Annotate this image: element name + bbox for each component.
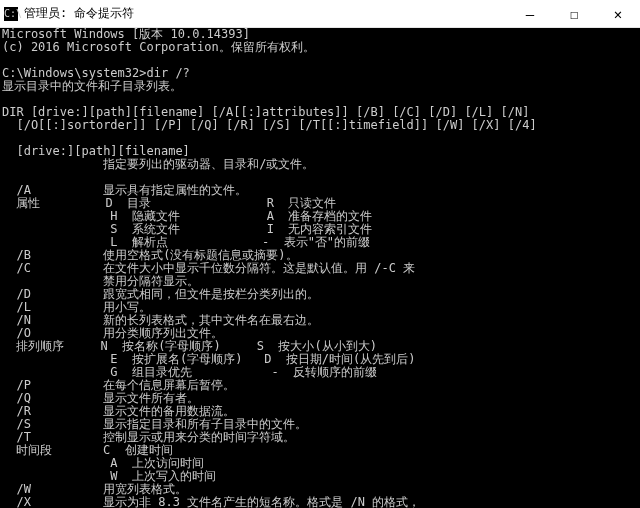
maximize-button[interactable]: ☐ xyxy=(552,0,596,27)
opt-r: /R 显示文件的备用数据流。 xyxy=(2,404,235,418)
opt-n: /N 新的长列表格式，其中文件名在最右边。 xyxy=(2,313,319,327)
opt-s: /S 显示指定目录和所有子目录中的文件。 xyxy=(2,417,307,431)
opt-b: /B 使用空格式(没有标题信息或摘要)。 xyxy=(2,248,298,262)
attr-row: H 隐藏文件 A 准备存档的文件 xyxy=(2,209,372,223)
prompt-line: C:\Windows\system32>dir /? xyxy=(2,66,190,80)
copyright-line: (c) 2016 Microsoft Corporation。保留所有权利。 xyxy=(2,40,315,54)
opt-d: /D 跟宽式相同，但文件是按栏分类列出的。 xyxy=(2,287,319,301)
close-button[interactable]: ✕ xyxy=(596,0,640,27)
time-row: A 上次访问时间 xyxy=(2,456,204,470)
syntax-line: DIR [drive:][path][filename] [/A[[:]attr… xyxy=(2,105,529,119)
opt-w: /W 用宽列表格式。 xyxy=(2,482,187,496)
window-titlebar: C:\ 管理员: 命令提示符 — ☐ ✕ xyxy=(0,0,640,28)
arg-path: [drive:][path][filename] xyxy=(2,144,190,158)
time-row: W 上次写入的时间 xyxy=(2,469,216,483)
window-title: 管理员: 命令提示符 xyxy=(24,5,134,22)
opt-o: /O 用分类顺序列出文件。 xyxy=(2,326,223,340)
attr-row: 属性 D 目录 R 只读文件 xyxy=(2,196,336,210)
opt-a: /A 显示具有指定属性的文件。 xyxy=(2,183,247,197)
time-row: 时间段 C 创建时间 xyxy=(2,443,173,457)
sort-row: E 按扩展名(字母顺序) D 按日期/时间(从先到后) xyxy=(2,352,416,366)
help-desc: 显示目录中的文件和子目录列表。 xyxy=(2,79,182,93)
opt-x: /X 显示为非 8.3 文件名产生的短名称。格式是 /N 的格式， xyxy=(2,495,420,508)
opt-t: /T 控制显示或用来分类的时间字符域。 xyxy=(2,430,295,444)
attr-row: L 解析点 - 表示"否"的前缀 xyxy=(2,235,370,249)
app-icon: C:\ xyxy=(4,7,18,21)
window-controls: — ☐ ✕ xyxy=(508,0,640,27)
syntax-line: [/O[[:]sortorder]] [/P] [/Q] [/R] [/S] [… xyxy=(2,118,537,132)
attr-row: S 系统文件 I 无内容索引文件 xyxy=(2,222,372,236)
opt-q: /Q 显示文件所有者。 xyxy=(2,391,199,405)
sort-row: G 组目录优先 - 反转顺序的前缀 xyxy=(2,365,377,379)
arg-path-desc: 指定要列出的驱动器、目录和/或文件。 xyxy=(2,157,314,171)
titlebar-left: C:\ 管理员: 命令提示符 xyxy=(4,5,134,22)
opt-p: /P 在每个信息屏幕后暂停。 xyxy=(2,378,235,392)
terminal-output[interactable]: Microsoft Windows [版本 10.0.14393] (c) 20… xyxy=(0,28,640,508)
opt-c: 禁用分隔符显示。 xyxy=(2,274,199,288)
opt-c: /C 在文件大小中显示千位数分隔符。这是默认值。用 /-C 来 xyxy=(2,261,415,275)
minimize-button[interactable]: — xyxy=(508,0,552,27)
sort-row: 排列顺序 N 按名称(字母顺序) S 按大小(从小到大) xyxy=(2,339,377,353)
opt-l: /L 用小写。 xyxy=(2,300,151,314)
